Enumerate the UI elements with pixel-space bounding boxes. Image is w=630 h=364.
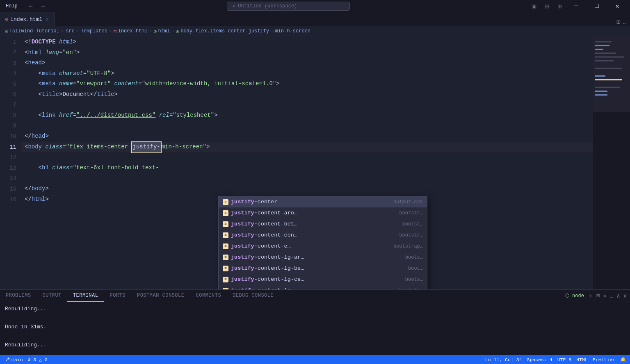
autocomplete-item-5[interactable]: ≡ justify-content-lg-ar… boots… xyxy=(219,252,427,263)
ac-icon-6: ≡ xyxy=(223,266,228,271)
code-line-6: <title>Document</title> xyxy=(21,89,593,100)
status-right: Ln 11, Col 34 Spaces: 4 UTF-8 HTML Prett… xyxy=(485,357,626,362)
ac-source-2: bootst… xyxy=(402,221,423,227)
status-errors[interactable]: ⊗ 0 △ 0 xyxy=(28,357,48,362)
terminal-line-1: Rebuilding... xyxy=(5,305,625,314)
tab-bar: ◱ index.html ✕ ⊞ … xyxy=(0,12,630,27)
ac-icon-7: ≡ xyxy=(223,277,228,282)
breadcrumb-body-class[interactable]: body.flex.items-center.justify-.min-h-sc… xyxy=(180,28,310,34)
more-tabs-button[interactable]: … xyxy=(623,18,627,26)
close-button[interactable]: ✕ xyxy=(608,0,627,12)
ac-icon-0: ≡ xyxy=(223,199,228,205)
autocomplete-item-4[interactable]: ≡ justify-content-e… bootstrap… xyxy=(219,241,427,252)
tab-label: index.html xyxy=(10,16,42,23)
ac-label-3: justify-content-cen… xyxy=(231,232,397,238)
minimap xyxy=(593,36,630,289)
tab-debug[interactable]: DEBUG CONSOLE xyxy=(227,290,279,302)
terminal-content: Rebuilding... Done in 31ms. Rebuilding..… xyxy=(0,302,630,355)
terminal-label: ⬡ node xyxy=(565,293,584,299)
tab-index-html[interactable]: ◱ index.html ✕ xyxy=(0,12,55,26)
status-bar: ⎇ main ⊗ 0 △ 0 Ln 11, Col 34 Spaces: 4 U… xyxy=(0,355,630,364)
tab-right-actions: ⊞ … xyxy=(616,18,630,26)
line-num-16: 16 xyxy=(0,194,16,205)
ac-label-6: justify-content-lg-be… xyxy=(231,265,406,271)
breadcrumb-root[interactable]: Tailwind-Tutorial xyxy=(9,28,59,34)
panel-toggle-button[interactable]: ⊟ xyxy=(541,2,552,10)
sidebar-toggle-button[interactable]: ▣ xyxy=(528,2,540,10)
ac-label-2: justify-content-bet… xyxy=(231,221,400,227)
breadcrumb-file[interactable]: index.html xyxy=(118,28,148,34)
tab-postman[interactable]: POSTMAN CONSOLE xyxy=(131,290,190,302)
terminal-line-2 xyxy=(5,314,625,323)
cursor-word: justify- xyxy=(131,141,161,153)
git-branch-name: main xyxy=(11,357,23,362)
tab-problems[interactable]: PROBLEMS xyxy=(0,290,37,302)
ac-source-6: boot… xyxy=(408,266,423,271)
panel-tabs: PROBLEMS OUTPUT TERMINAL PORTS POSTMAN C… xyxy=(0,290,630,302)
line-num-10: 10 xyxy=(0,131,16,142)
minimap-svg xyxy=(593,36,630,289)
breadcrumb-html-tag[interactable]: html xyxy=(158,28,170,34)
minimize-button[interactable]: ─ xyxy=(567,0,586,12)
line-num-6: 6 xyxy=(0,89,16,100)
panel-tab-actions: ⬡ node ＋ ⊞ ✕ … ∧ ∨ xyxy=(565,292,630,300)
status-spaces[interactable]: Spaces: 4 xyxy=(527,357,552,362)
code-line-12 xyxy=(21,152,593,163)
terminal-kill-button[interactable]: ✕ xyxy=(603,292,606,299)
terminal-add-button[interactable]: ＋ xyxy=(587,292,593,300)
ac-label-5: justify-content-lg-ar… xyxy=(231,254,403,260)
breadcrumb-src[interactable]: src xyxy=(66,28,75,34)
split-tab-button[interactable]: ⊞ xyxy=(616,18,621,26)
tab-terminal[interactable]: TERMINAL xyxy=(67,290,104,302)
breadcrumb: ▣ Tailwind-Tutorial › src › Templates › … xyxy=(0,27,630,36)
menu-help[interactable]: Help xyxy=(3,2,20,10)
status-position[interactable]: Ln 11, Col 34 xyxy=(485,357,522,362)
window-controls: ▣ ⊟ ⊞ ─ □ ✕ xyxy=(528,0,627,12)
status-formatter[interactable]: Prettier xyxy=(593,357,615,362)
nav-forward-button[interactable]: → xyxy=(37,2,49,10)
autocomplete-item-2[interactable]: ≡ justify-content-bet… bootst… xyxy=(219,218,427,230)
code-line-8: <link href="../../dist/output.css" rel="… xyxy=(21,110,593,121)
editor-container: 1 2 3 4 5 6 7 8 9 10 11 12 13 14 15 16 <… xyxy=(0,36,630,289)
ac-source-5: boots… xyxy=(405,255,423,260)
status-encoding[interactable]: UTF-8 xyxy=(557,357,572,362)
code-line-9 xyxy=(21,121,593,132)
status-notifications[interactable]: 🔔 xyxy=(620,357,626,362)
git-branch-icon: ⎇ xyxy=(4,357,10,362)
breadcrumb-templates[interactable]: Templates xyxy=(81,28,107,34)
tab-comments[interactable]: COMMENTS xyxy=(190,290,227,302)
code-line-4: <meta charset="UTF-8"> xyxy=(21,68,593,79)
terminal-up-button[interactable]: ∧ xyxy=(616,292,620,299)
line-num-15: 15 xyxy=(0,184,16,194)
tab-output[interactable]: OUTPUT xyxy=(37,290,67,302)
autocomplete-item-8[interactable]: ≡ justify-content-lg-… bootstr… xyxy=(219,285,427,289)
breadcrumb-file-icon: ◱ xyxy=(114,29,116,34)
editor-content[interactable]: <!DOCTYPE html> <html lang="en"> <head> … xyxy=(21,36,593,289)
line-num-8: 8 xyxy=(0,110,16,121)
code-line-15: </body> xyxy=(21,184,593,194)
ac-source-8: bootstr… xyxy=(399,288,423,290)
title-search-box[interactable]: ⌕ Untitled (Workspace) xyxy=(227,2,350,11)
tab-close-button[interactable]: ✕ xyxy=(45,16,49,23)
terminal-split-button[interactable]: ⊞ xyxy=(596,292,600,299)
autocomplete-item-7[interactable]: ≡ justify-content-lg-ce… boots… xyxy=(219,274,427,285)
autocomplete-dropdown[interactable]: ≡ justify-center output.css ≡ justify-co… xyxy=(218,196,427,289)
nav-back-button[interactable]: ← xyxy=(25,2,37,10)
terminal-line-3: Done in 31ms. xyxy=(5,323,625,332)
ac-label-0: justify-center xyxy=(231,199,391,205)
code-line-10: </head> xyxy=(21,131,593,142)
terminal-more-button[interactable]: … xyxy=(610,293,613,299)
maximize-button[interactable]: □ xyxy=(587,0,606,12)
autocomplete-item-0[interactable]: ≡ justify-center output.css xyxy=(219,196,427,207)
title-search-area: ⌕ Untitled (Workspace) xyxy=(52,2,525,11)
autocomplete-item-1[interactable]: ≡ justify-content-aro… bootstr… xyxy=(219,207,427,218)
autocomplete-item-6[interactable]: ≡ justify-content-lg-be… boot… xyxy=(219,263,427,274)
terminal-close-button[interactable]: ∨ xyxy=(623,292,627,299)
ac-label-7: justify-content-lg-ce… xyxy=(231,276,403,282)
status-branch[interactable]: ⎇ main xyxy=(4,357,23,362)
tab-ports[interactable]: PORTS xyxy=(104,290,131,302)
autocomplete-item-3[interactable]: ≡ justify-content-cen… bootstr… xyxy=(219,230,427,241)
split-editor-button[interactable]: ⊞ xyxy=(554,2,565,10)
code-line-14 xyxy=(21,173,593,184)
status-language[interactable]: HTML xyxy=(576,357,588,362)
